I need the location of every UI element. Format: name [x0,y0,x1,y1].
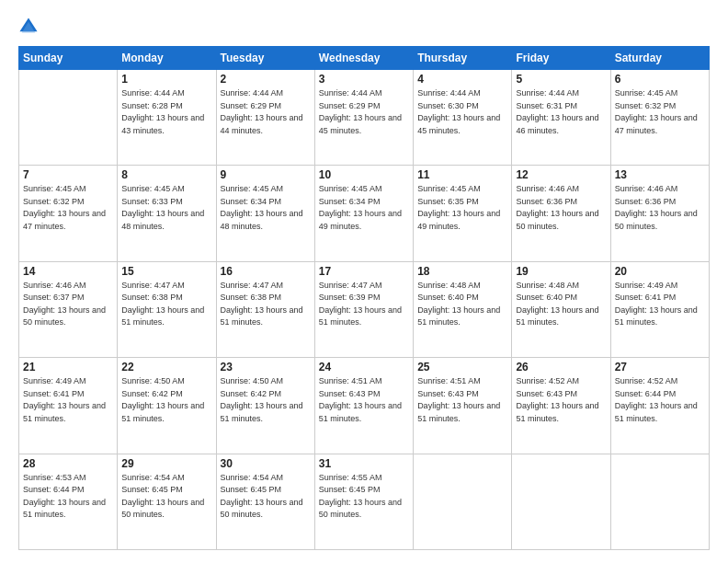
daylight: Daylight: 13 hours and 43 minutes. [121,113,204,135]
sunset: Sunset: 6:40 PM [516,293,577,302]
sun-info: Sunrise: 4:46 AM Sunset: 6:36 PM Dayligh… [516,183,606,233]
calendar-cell [610,454,709,549]
sun-info: Sunrise: 4:48 AM Sunset: 6:40 PM Dayligh… [516,280,606,329]
calendar-cell: 24 Sunrise: 4:51 AM Sunset: 6:43 PM Dayl… [314,358,413,454]
page: SundayMondayTuesdayWednesdayThursdayFrid… [0,0,728,563]
day-number: 10 [319,168,409,181]
day-number: 5 [516,73,606,86]
daylight: Daylight: 13 hours and 51 minutes. [121,305,204,327]
sun-info: Sunrise: 4:45 AM Sunset: 6:32 PM Dayligh… [615,87,705,137]
calendar-cell: 20 Sunrise: 4:49 AM Sunset: 6:41 PM Dayl… [610,261,709,357]
sun-info: Sunrise: 4:44 AM Sunset: 6:30 PM Dayligh… [417,87,507,137]
calendar-cell: 17 Sunrise: 4:47 AM Sunset: 6:39 PM Dayl… [314,261,413,357]
day-number: 23 [221,361,311,373]
day-number: 30 [221,457,311,470]
sunset: Sunset: 6:43 PM [516,389,577,398]
calendar-cell: 31 Sunrise: 4:55 AM Sunset: 6:45 PM Dayl… [314,454,413,549]
daylight: Daylight: 13 hours and 48 minutes. [221,209,303,231]
sunset: Sunset: 6:33 PM [121,197,183,206]
day-number: 13 [615,168,705,181]
calendar-cell: 6 Sunrise: 4:45 AM Sunset: 6:32 PM Dayli… [610,70,709,166]
calendar-cell: 13 Sunrise: 4:46 AM Sunset: 6:36 PM Dayl… [610,166,709,261]
calendar-cell: 5 Sunrise: 4:44 AM Sunset: 6:31 PM Dayli… [512,70,610,166]
daylight: Daylight: 13 hours and 51 minutes. [615,305,698,327]
sunset: Sunset: 6:36 PM [615,197,677,206]
daylight: Daylight: 13 hours and 51 minutes. [221,305,303,327]
sunrise: Sunrise: 4:48 AM [417,281,481,290]
daylight: Daylight: 13 hours and 44 minutes. [221,113,303,135]
sunset: Sunset: 6:41 PM [615,293,677,302]
sunrise: Sunrise: 4:46 AM [23,281,86,290]
daylight: Daylight: 13 hours and 50 minutes. [516,209,598,231]
sun-info: Sunrise: 4:45 AM Sunset: 6:32 PM Dayligh… [23,183,113,233]
sun-info: Sunrise: 4:53 AM Sunset: 6:44 PM Dayligh… [23,472,113,522]
sunset: Sunset: 6:29 PM [319,101,381,110]
sun-info: Sunrise: 4:52 AM Sunset: 6:43 PM Dayligh… [516,375,606,425]
sunset: Sunset: 6:42 PM [121,389,183,398]
day-number: 31 [319,457,409,470]
day-number: 27 [615,361,705,373]
sunrise: Sunrise: 4:45 AM [319,184,382,193]
calendar-week-3: 14 Sunrise: 4:46 AM Sunset: 6:37 PM Dayl… [19,261,710,357]
sunset: Sunset: 6:29 PM [221,101,282,110]
sun-info: Sunrise: 4:44 AM Sunset: 6:28 PM Dayligh… [121,87,211,137]
calendar-cell: 23 Sunrise: 4:50 AM Sunset: 6:42 PM Dayl… [216,358,314,454]
sunset: Sunset: 6:31 PM [516,101,577,110]
day-number: 11 [417,168,507,181]
calendar-week-1: 1 Sunrise: 4:44 AM Sunset: 6:28 PM Dayli… [19,70,710,166]
sunset: Sunset: 6:30 PM [417,101,479,110]
sunrise: Sunrise: 4:54 AM [221,473,284,482]
calendar-week-4: 21 Sunrise: 4:49 AM Sunset: 6:41 PM Dayl… [19,358,710,454]
day-number: 17 [319,265,409,278]
calendar-cell [512,454,610,549]
sunrise: Sunrise: 4:50 AM [121,376,185,385]
day-number: 12 [516,168,606,181]
sun-info: Sunrise: 4:45 AM Sunset: 6:34 PM Dayligh… [221,183,311,233]
weekday-header-row: SundayMondayTuesdayWednesdayThursdayFrid… [19,47,710,70]
sunset: Sunset: 6:34 PM [319,197,381,206]
calendar-cell: 12 Sunrise: 4:46 AM Sunset: 6:36 PM Dayl… [512,166,610,261]
sunset: Sunset: 6:28 PM [121,101,183,110]
weekday-header-sunday: Sunday [19,47,118,70]
day-number: 19 [516,265,606,278]
sunset: Sunset: 6:36 PM [516,197,577,206]
daylight: Daylight: 13 hours and 51 minutes. [417,401,500,423]
calendar-cell: 4 Sunrise: 4:44 AM Sunset: 6:30 PM Dayli… [414,70,512,166]
sunset: Sunset: 6:38 PM [221,293,282,302]
day-number: 3 [319,73,409,86]
calendar-cell: 7 Sunrise: 4:45 AM Sunset: 6:32 PM Dayli… [19,166,118,261]
day-number: 16 [221,265,311,278]
day-number: 6 [615,73,705,86]
sunset: Sunset: 6:43 PM [417,389,479,398]
calendar-cell: 10 Sunrise: 4:45 AM Sunset: 6:34 PM Dayl… [314,166,413,261]
daylight: Daylight: 13 hours and 51 minutes. [319,305,402,327]
sunset: Sunset: 6:45 PM [121,485,183,494]
calendar-cell: 2 Sunrise: 4:44 AM Sunset: 6:29 PM Dayli… [216,70,314,166]
daylight: Daylight: 13 hours and 45 minutes. [319,113,402,135]
sunrise: Sunrise: 4:52 AM [615,376,678,385]
day-number: 9 [221,168,311,181]
calendar-week-2: 7 Sunrise: 4:45 AM Sunset: 6:32 PM Dayli… [19,166,710,261]
sun-info: Sunrise: 4:46 AM Sunset: 6:36 PM Dayligh… [615,183,705,233]
sunrise: Sunrise: 4:44 AM [221,88,284,98]
sunrise: Sunrise: 4:52 AM [516,376,579,385]
calendar-cell: 14 Sunrise: 4:46 AM Sunset: 6:37 PM Dayl… [19,261,118,357]
daylight: Daylight: 13 hours and 51 minutes. [516,305,598,327]
daylight: Daylight: 13 hours and 51 minutes. [121,401,204,423]
logo [18,17,42,37]
daylight: Daylight: 13 hours and 51 minutes. [615,401,698,423]
weekday-header-wednesday: Wednesday [314,47,413,70]
sunrise: Sunrise: 4:45 AM [417,184,481,193]
sun-info: Sunrise: 4:55 AM Sunset: 6:45 PM Dayligh… [319,472,409,522]
day-number: 20 [615,265,705,278]
sunrise: Sunrise: 4:46 AM [615,184,678,193]
sunset: Sunset: 6:35 PM [417,197,479,206]
calendar-cell [19,70,118,166]
sunset: Sunset: 6:44 PM [23,485,85,494]
sunset: Sunset: 6:42 PM [221,389,282,398]
sunrise: Sunrise: 4:48 AM [516,281,579,290]
sun-info: Sunrise: 4:47 AM Sunset: 6:38 PM Dayligh… [221,280,311,329]
sunset: Sunset: 6:37 PM [23,293,85,302]
sun-info: Sunrise: 4:47 AM Sunset: 6:38 PM Dayligh… [121,280,211,329]
calendar-cell: 22 Sunrise: 4:50 AM Sunset: 6:42 PM Dayl… [118,358,216,454]
